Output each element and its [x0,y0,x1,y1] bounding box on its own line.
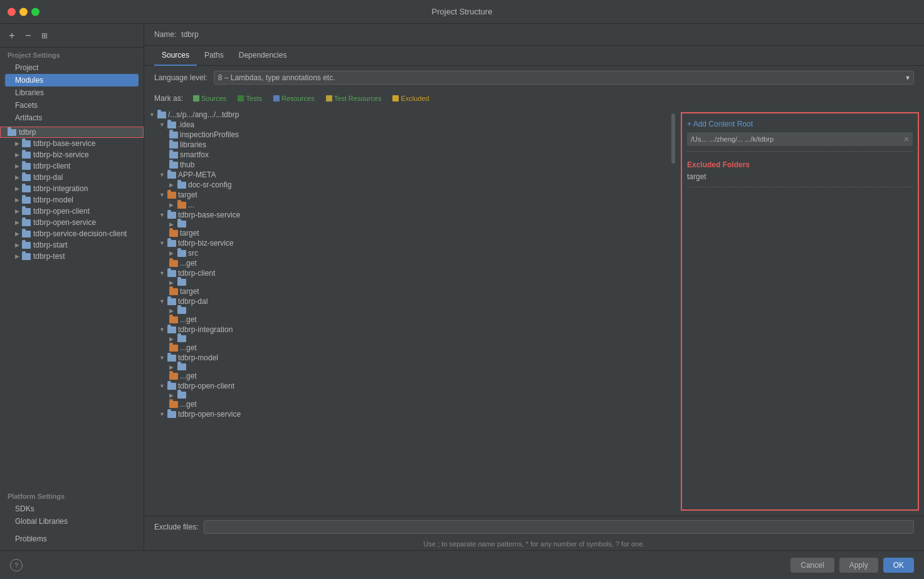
divider [687,187,913,187]
tree-item-model[interactable]: ▼ tdbrp-model [144,353,671,363]
language-level-select[interactable]: 8 – Lambdas, type annotations etc. ▾ [214,71,914,85]
folder-icon [22,140,31,147]
mark-tests-button[interactable]: Tests [234,93,266,103]
tab-dependencies[interactable]: Dependencies [231,46,295,66]
help-button[interactable]: ? [10,559,23,571]
chevron-icon: ▼ [159,326,165,333]
exclude-files-input[interactable] [204,520,914,534]
module-item-open-service[interactable]: ▶ tdbrp-open-service [0,217,144,228]
sidebar-item-libraries[interactable]: Libraries [5,86,139,99]
expand-icon: ▶ [15,152,19,158]
module-item-start[interactable]: ▶ tdbrp-start [0,239,144,251]
copy-module-button[interactable]: ⊞ [38,29,51,43]
ok-button[interactable]: OK [883,558,914,573]
sidebar-item-facets[interactable]: Facets [5,99,139,112]
folder-icon [167,355,176,362]
file-tree-panel[interactable]: ▼ /...s/p.../ang.../...tdbrp ▼ .idea ins… [144,107,671,516]
excluded-folders-header: Excluded Folders [687,160,913,169]
tree-item-dal[interactable]: ▼ tdbrp-dal [144,296,671,306]
minimize-button[interactable] [19,8,28,16]
tree-item-open-client-src[interactable]: ▶ [144,391,671,399]
sidebar-item-artifacts[interactable]: Artifacts [5,112,139,124]
maximize-button[interactable] [31,8,39,16]
sidebar-item-global-libraries[interactable]: Global Libraries [5,515,139,528]
tree-item-biz-target[interactable]: ...get [144,258,671,268]
module-item-biz-service[interactable]: ▶ tdbrp-biz-service [0,149,144,160]
remove-module-button[interactable]: − [21,29,35,43]
module-item-open-client[interactable]: ▶ tdbrp-open-client [0,206,144,217]
folder-icon [167,122,176,128]
tree-item-integration[interactable]: ▼ tdbrp-integration [144,325,671,335]
tree-item-app-meta[interactable]: ▼ APP-META [144,170,671,180]
excluded-dot-icon [392,95,399,102]
cancel-button[interactable]: Cancel [790,558,834,573]
tree-item-open-client[interactable]: ▼ tdbrp-open-client [144,381,671,391]
tab-sources[interactable]: Sources [154,46,197,66]
tree-item-integration-target[interactable]: ...get [144,343,671,353]
tree-item-base-src[interactable]: ▶ [144,220,671,228]
mark-excluded-button[interactable]: Excluded [389,93,433,103]
tree-item-dal-src[interactable]: ▶ [144,306,671,315]
mark-as-row: Mark as: Sources Tests Resources Test Re… [144,90,924,107]
tree-item-model-target[interactable]: ...get [144,371,671,381]
tree-item-dal-target[interactable]: ...get [144,315,671,325]
platform-settings-section: Platform Settings SDKs Global Libraries [0,489,144,528]
tab-paths[interactable]: Paths [197,46,231,66]
mark-resources-button[interactable]: Resources [270,93,318,103]
chevron-icon: ▶ [169,250,176,256]
folder-icon [169,162,178,169]
tree-item-model-src[interactable]: ▶ [144,363,671,371]
mark-test-resources-button[interactable]: Test Resources [322,93,386,103]
module-item-base-service[interactable]: ▶ tdbrp-base-service [0,138,144,149]
tests-dot-icon [238,95,244,102]
tree-item-smartfox[interactable]: smartfox [144,150,671,160]
folder-icon [8,129,16,136]
tree-item-thub[interactable]: thub [144,160,671,170]
sidebar-item-modules[interactable]: Modules [5,74,139,86]
add-module-button[interactable]: + [5,29,19,43]
folder-icon [167,270,176,277]
tree-item-idea[interactable]: ▼ .idea [144,120,671,130]
expand-icon: ▶ [15,185,19,192]
apply-button[interactable]: Apply [839,558,878,573]
folder-icon [22,152,31,159]
tree-item-inspection-profiles[interactable]: inspectionProfiles [144,130,671,140]
mark-sources-button[interactable]: Sources [189,93,230,103]
folder-icon [167,326,176,333]
sidebar-item-project[interactable]: Project [5,61,139,74]
tree-item-base-service[interactable]: ▼ tdbrp-base-service [144,210,671,220]
tree-item-client[interactable]: ▼ tdbrp-client [144,268,671,278]
module-item-test[interactable]: ▶ tdbrp-test [0,251,144,262]
tree-item-biz-src[interactable]: ▶ src [144,248,671,258]
module-item-service-decision-client[interactable]: ▶ tdbrp-service-decision-client [0,228,144,239]
tree-scrollbar[interactable] [671,107,676,516]
folder-icon [177,279,186,286]
tree-item-doc-config[interactable]: ▶ doc-sr-config [144,180,671,190]
sidebar-item-problems[interactable]: Problems [5,533,139,545]
tree-item-client-target[interactable]: target [144,286,671,296]
close-button[interactable] [8,8,16,16]
tree-item-client-src[interactable]: ▶ [144,278,671,286]
module-item-integration[interactable]: ▶ tdbrp-integration [0,183,144,194]
traffic-lights [8,8,39,16]
module-item-dal[interactable]: ▶ tdbrp-dal [0,172,144,183]
tree-item-integration-src[interactable]: ▶ [144,335,671,343]
tree-item-base-target[interactable]: target [144,228,671,238]
tree-item-open-client-target[interactable]: ...get [144,399,671,409]
tree-item-open-service[interactable]: ▼ tdbrp-open-service [144,409,671,419]
sidebar-item-sdks[interactable]: SDKs [5,503,139,515]
module-item-model[interactable]: ▶ tdbrp-model [0,194,144,206]
module-item-client[interactable]: ▶ tdbrp-client [0,160,144,172]
tree-item-target-root[interactable]: ▼ target [144,190,671,200]
module-item-tdbrp[interactable]: tdbrp [0,127,144,138]
expand-icon: ▶ [15,163,19,169]
scrollbar-thumb[interactable] [671,113,675,164]
tree-item-libraries[interactable]: libraries [144,140,671,150]
tree-item-target-classes[interactable]: ▶ ... [144,200,671,210]
tree-item-biz-service[interactable]: ▼ tdbrp-biz-service [144,238,671,248]
add-content-root-button[interactable]: + Add Content Root [687,118,913,130]
chevron-icon: ▶ [169,182,176,188]
problems-section: Problems [0,533,144,545]
remove-content-root-button[interactable]: × [904,134,909,144]
tree-root[interactable]: ▼ /...s/p.../ang.../...tdbrp [144,110,671,120]
